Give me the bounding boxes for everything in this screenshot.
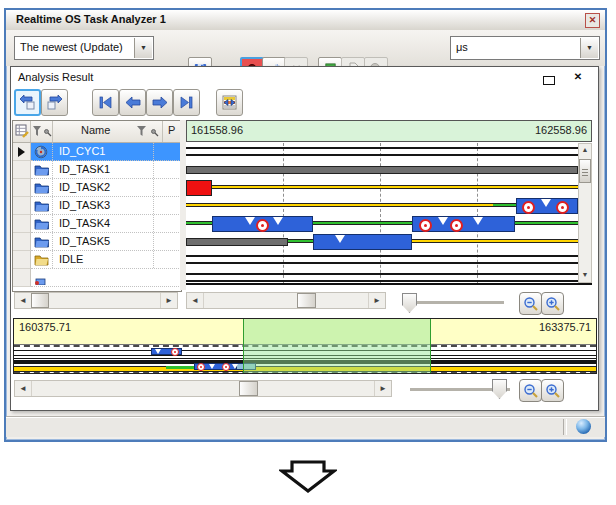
gantt-plot[interactable] <box>186 143 578 283</box>
row-body[interactable]: ID_TASK1 <box>31 161 181 179</box>
zoom-in-icon <box>545 296 561 312</box>
row-body[interactable]: ID_TASK3 <box>31 197 181 215</box>
name-column-header[interactable]: Name <box>53 121 163 142</box>
row-marker-cell[interactable] <box>13 161 31 179</box>
table-row[interactable]: ID_TASK5 <box>13 233 181 251</box>
gantt-segment <box>186 166 578 174</box>
table-hscrollbar-thumb[interactable] <box>31 293 49 308</box>
overview-end-label: 163375.71 <box>539 321 591 333</box>
analysis-result-panel: Analysis Result ✕ <box>10 66 599 411</box>
panel-minimize-icon[interactable] <box>543 76 555 85</box>
zoom-out-button[interactable] <box>519 292 542 315</box>
task-table[interactable]: Name P ID_CYC1ID_TASK1ID_TASK2ID_TASK3ID… <box>12 120 182 292</box>
history-forward-button[interactable] <box>41 89 68 116</box>
icon-column-header[interactable] <box>31 121 53 142</box>
row-marker-cell[interactable] <box>13 179 31 197</box>
table-row[interactable]: ID_TASK1 <box>13 161 181 179</box>
dispatch-arrow-marker <box>232 364 238 369</box>
titlebar[interactable]: Realtime OS Task Analyzer 1 ✕ <box>6 10 605 31</box>
row-marker-cell[interactable] <box>13 233 31 251</box>
gantt-segment <box>186 203 493 207</box>
unit-dropdown[interactable]: μs ▼ <box>450 36 600 60</box>
chevron-down-icon[interactable]: ▼ <box>134 38 152 58</box>
gantt-segment <box>313 234 412 250</box>
row-body[interactable]: ID_TASK5 <box>31 233 181 251</box>
column-chooser-button[interactable] <box>13 121 31 142</box>
zoom-in-icon <box>545 383 561 399</box>
gantt-row <box>186 269 578 283</box>
panel-close-icon[interactable]: ✕ <box>572 71 584 83</box>
dispatch-arrow-marker <box>335 235 345 243</box>
table-row[interactable]: ID_TASK3 <box>13 197 181 215</box>
unit-dropdown-value: μs <box>456 41 468 53</box>
task-icon <box>34 235 50 248</box>
gantt-hscrollbar[interactable]: ◄ ► <box>186 292 386 309</box>
row-body[interactable]: ID_TASK2 <box>31 179 181 197</box>
chevron-down-icon[interactable]: ▼ <box>580 38 598 58</box>
vertical-scrollbar[interactable]: ▲ ▼ <box>578 143 592 283</box>
task-name: ID_CYC1 <box>59 145 105 157</box>
go-prev-button[interactable] <box>119 89 146 116</box>
gantt-row <box>186 233 578 251</box>
overview-zoom-slider-thumb[interactable] <box>492 379 507 399</box>
scroll-right-icon[interactable]: ► <box>368 293 385 308</box>
panel-title: Analysis Result <box>18 71 93 83</box>
overview-hscrollbar[interactable]: ◄ ► <box>14 380 392 397</box>
row-body[interactable]: ID_TASK4 <box>31 215 181 233</box>
table-row[interactable]: IDLE <box>13 251 181 269</box>
preset-dropdown-value: The newest (Update) <box>20 41 123 53</box>
overview-hscrollbar-thumb[interactable] <box>239 381 258 396</box>
row-marker-cell[interactable] <box>13 251 31 269</box>
row-marker-cell[interactable] <box>13 143 31 161</box>
row-body[interactable]: IDLE <box>31 251 181 269</box>
plot-bottom-border <box>186 283 592 285</box>
go-first-button[interactable] <box>92 89 119 116</box>
go-next-button[interactable] <box>146 89 173 116</box>
status-bar <box>6 416 605 437</box>
main-toolbar: The newest (Update) ▼ <box>6 30 605 66</box>
pin-icon <box>45 130 52 137</box>
scroll-up-icon[interactable]: ▲ <box>579 144 591 157</box>
dispatch-arrow-marker <box>245 217 255 225</box>
gantt-hscrollbar-thumb[interactable] <box>297 293 316 308</box>
jump-settings-button[interactable] <box>216 89 243 116</box>
scroll-right-icon[interactable]: ► <box>374 381 391 396</box>
overview-zoom-in-button[interactable] <box>541 379 564 402</box>
dispatch-arrow-marker <box>438 217 448 225</box>
name-column-label: Name <box>81 124 110 136</box>
vertical-scrollbar-thumb[interactable] <box>579 159 591 183</box>
analyzer-window: Realtime OS Task Analyzer 1 ✕ The newest… <box>4 8 607 442</box>
scroll-right-icon[interactable]: ► <box>160 293 177 308</box>
window-close-icon[interactable]: ✕ <box>585 13 600 28</box>
go-last-button[interactable] <box>173 89 200 116</box>
preset-dropdown[interactable]: The newest (Update) ▼ <box>14 36 154 60</box>
table-row[interactable]: ID_TASK2 <box>13 179 181 197</box>
clipped-icon <box>34 278 48 285</box>
table-row[interactable]: ID_CYC1 <box>13 143 181 161</box>
p-column-label: P <box>168 124 175 136</box>
zoom-slider-track[interactable] <box>402 301 504 305</box>
scroll-left-icon[interactable]: ◄ <box>187 293 204 308</box>
jump-settings-icon <box>221 94 238 111</box>
row-marker-cell[interactable] <box>13 215 31 233</box>
view-region-overlay[interactable] <box>243 319 431 373</box>
overview-panel[interactable]: 160375.71 163375.71 <box>13 318 597 374</box>
overview-zoom-out-button[interactable] <box>519 379 542 402</box>
zoom-slider-thumb[interactable] <box>402 293 417 313</box>
task-table-header: Name P <box>13 121 181 143</box>
row-marker-cell[interactable] <box>13 197 31 215</box>
scroll-down-icon[interactable]: ▼ <box>579 269 591 282</box>
history-back-button[interactable] <box>14 89 41 116</box>
row-body[interactable]: ID_CYC1 <box>31 143 181 161</box>
p-column-header[interactable]: P <box>163 121 181 142</box>
timeline-header: 161558.96 162558.96 <box>186 120 592 142</box>
gantt-row <box>186 197 578 215</box>
table-hscrollbar[interactable]: ◄ ► <box>14 292 178 309</box>
zoom-in-button[interactable] <box>541 292 564 315</box>
table-row[interactable]: ID_TASK4 <box>13 215 181 233</box>
scroll-left-icon[interactable]: ◄ <box>15 381 32 396</box>
interrupt-target-marker <box>522 201 535 214</box>
scroll-left-icon[interactable]: ◄ <box>15 293 32 308</box>
left-arrow-icon <box>125 96 141 109</box>
interrupt-target-marker <box>556 201 569 214</box>
